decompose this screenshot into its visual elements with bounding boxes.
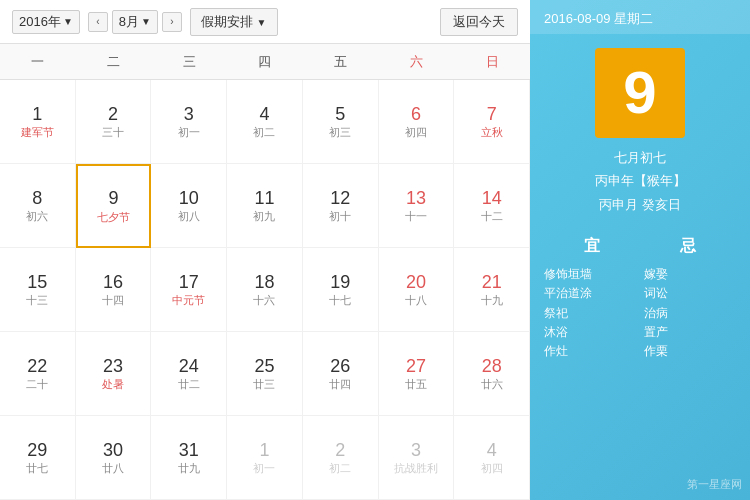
cell-number: 29 — [27, 440, 47, 462]
cell-number: 12 — [330, 188, 350, 210]
cell-lunar: 十二 — [481, 209, 503, 223]
watermark-text: 第一星座网 — [687, 478, 742, 490]
cell-number: 22 — [27, 356, 47, 378]
calendar-cell-8[interactable]: 9七夕节 — [76, 164, 152, 248]
cell-number: 16 — [103, 272, 123, 294]
calendar-cell-13[interactable]: 14十二 — [454, 164, 530, 248]
watermark: 第一星座网 — [530, 469, 750, 500]
cell-number: 1 — [32, 104, 42, 126]
calendar-cell-25[interactable]: 26廿四 — [303, 332, 379, 416]
schedule-btn[interactable]: 假期安排 ▼ — [190, 8, 278, 36]
calendar-cell-6[interactable]: 7立秋 — [454, 80, 530, 164]
calendar-cell-19[interactable]: 20十八 — [379, 248, 455, 332]
calendar-cell-9[interactable]: 10初八 — [151, 164, 227, 248]
cell-lunar: 中元节 — [172, 293, 205, 307]
ji-item: 词讼 — [644, 284, 736, 303]
today-btn[interactable]: 返回今天 — [440, 8, 518, 36]
calendar-cell-34[interactable]: 4初四 — [454, 416, 530, 500]
cell-lunar: 初二 — [253, 125, 275, 139]
cell-number: 10 — [179, 188, 199, 210]
calendar-cell-26[interactable]: 27廿五 — [379, 332, 455, 416]
calendar-cell-22[interactable]: 23处暑 — [76, 332, 152, 416]
calendar-cell-32[interactable]: 2初二 — [303, 416, 379, 500]
calendar-grid: 1建军节2三十3初一4初二5初三6初四7立秋8初六9七夕节10初八11初九12初… — [0, 80, 530, 500]
cell-lunar: 初十 — [329, 209, 351, 223]
calendar-cell-3[interactable]: 4初二 — [227, 80, 303, 164]
calendar-cell-30[interactable]: 31廿九 — [151, 416, 227, 500]
schedule-label: 假期安排 — [201, 14, 253, 29]
calendar-cell-27[interactable]: 28廿六 — [454, 332, 530, 416]
info-panel: 2016-08-09 星期二 9 七月初七 丙申年【猴年】 丙申月 癸亥日 宜 … — [530, 0, 750, 500]
calendar-cell-29[interactable]: 30廿八 — [76, 416, 152, 500]
yi-item: 祭祀 — [544, 304, 636, 323]
cell-number: 13 — [406, 188, 426, 210]
calendar-cell-24[interactable]: 25廿三 — [227, 332, 303, 416]
calendar-cell-28[interactable]: 29廿七 — [0, 416, 76, 500]
cell-lunar: 初九 — [253, 209, 275, 223]
calendar-cell-4[interactable]: 5初三 — [303, 80, 379, 164]
cell-lunar: 廿三 — [253, 377, 275, 391]
calendar-cell-5[interactable]: 6初四 — [379, 80, 455, 164]
calendar-cell-10[interactable]: 11初九 — [227, 164, 303, 248]
cell-number: 27 — [406, 356, 426, 378]
yi-item: 平治道涂 — [544, 284, 636, 303]
calendar-cell-14[interactable]: 15十三 — [0, 248, 76, 332]
month-dropdown[interactable]: 8月 ▼ — [112, 10, 158, 34]
big-date-box: 9 — [595, 48, 685, 138]
calendar-cell-23[interactable]: 24廿二 — [151, 332, 227, 416]
cell-number: 24 — [179, 356, 199, 378]
yi-label: 宜 — [584, 236, 600, 257]
calendar-cell-0[interactable]: 1建军节 — [0, 80, 76, 164]
cell-lunar: 廿五 — [405, 377, 427, 391]
calendar-cell-2[interactable]: 3初一 — [151, 80, 227, 164]
cell-lunar: 廿四 — [329, 377, 351, 391]
cell-lunar: 廿七 — [26, 461, 48, 475]
year-dropdown-arrow: ▼ — [63, 16, 73, 27]
calendar-cell-15[interactable]: 16十四 — [76, 248, 152, 332]
cell-lunar: 初三 — [329, 125, 351, 139]
calendar-cell-12[interactable]: 13十一 — [379, 164, 455, 248]
cell-lunar: 初一 — [178, 125, 200, 139]
calendar-cell-7[interactable]: 8初六 — [0, 164, 76, 248]
cell-number: 8 — [32, 188, 42, 210]
cell-lunar: 初一 — [253, 461, 275, 475]
day-header-三: 三 — [151, 44, 227, 79]
cell-number: 7 — [487, 104, 497, 126]
yi-item: 沐浴 — [544, 323, 636, 342]
calendar-cell-11[interactable]: 12初十 — [303, 164, 379, 248]
calendar-cell-18[interactable]: 19十七 — [303, 248, 379, 332]
lunar-line1: 七月初七 — [595, 146, 686, 169]
calendar-cell-33[interactable]: 3抗战胜利 — [379, 416, 455, 500]
prev-month-btn[interactable]: ‹ — [88, 12, 108, 32]
calendar-header: 2016年 ▼ ‹ 8月 ▼ › 假期安排 ▼ 返回今天 — [0, 0, 530, 44]
day-header-二: 二 — [76, 44, 152, 79]
day-header-四: 四 — [227, 44, 303, 79]
yi-item: 作灶 — [544, 342, 636, 361]
cell-lunar: 十九 — [481, 293, 503, 307]
cell-lunar: 立秋 — [481, 125, 503, 139]
yi-ji-title: 宜 忌 — [544, 236, 736, 257]
calendar-cell-17[interactable]: 18十六 — [227, 248, 303, 332]
calendar-cell-31[interactable]: 1初一 — [227, 416, 303, 500]
year-dropdown[interactable]: 2016年 ▼ — [12, 10, 80, 34]
cell-lunar: 十三 — [26, 293, 48, 307]
lunar-line3: 丙申月 癸亥日 — [595, 193, 686, 216]
cell-number: 4 — [259, 104, 269, 126]
next-month-btn[interactable]: › — [162, 12, 182, 32]
ji-label: 忌 — [680, 236, 696, 257]
cell-number: 14 — [482, 188, 502, 210]
calendar-cell-16[interactable]: 17中元节 — [151, 248, 227, 332]
cell-lunar: 初四 — [405, 125, 427, 139]
cell-number: 2 — [108, 104, 118, 126]
calendar-cell-1[interactable]: 2三十 — [76, 80, 152, 164]
calendar-cell-20[interactable]: 21十九 — [454, 248, 530, 332]
calendar-cell-21[interactable]: 22二十 — [0, 332, 76, 416]
cell-lunar: 初六 — [26, 209, 48, 223]
year-label: 2016年 — [19, 13, 61, 31]
cell-number: 4 — [487, 440, 497, 462]
lunar-info: 七月初七 丙申年【猴年】 丙申月 癸亥日 — [585, 146, 696, 216]
cell-number: 3 — [411, 440, 421, 462]
ji-item: 置产 — [644, 323, 736, 342]
ji-item: 治病 — [644, 304, 736, 323]
info-header: 2016-08-09 星期二 — [530, 0, 750, 34]
